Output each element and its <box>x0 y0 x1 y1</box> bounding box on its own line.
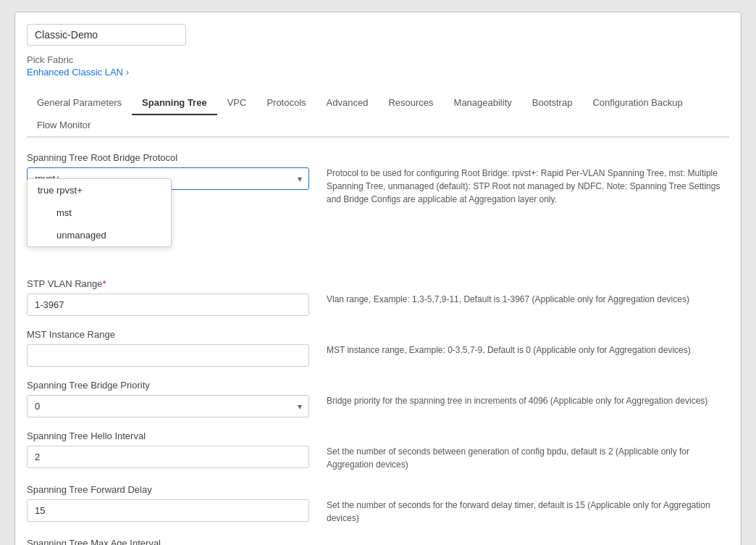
stp-root-bridge-label: Spanning Tree Root Bridge Protocol <box>27 152 309 163</box>
tab-manageability[interactable]: Manageability <box>444 91 522 115</box>
tab-configuration-backup[interactable]: Configuration Backup <box>582 91 692 115</box>
mst-instance-range-row: MST Instance Range MST instance range, E… <box>27 329 729 367</box>
checkmark-icon-empty <box>38 207 49 218</box>
stp-max-age-description: Set the maximum number of seconds the in… <box>327 538 729 545</box>
stp-vlan-range-row: STP VLAN Range* Vlan range, Example: 1,3… <box>27 278 729 316</box>
mst-instance-range-label: MST Instance Range <box>27 329 309 340</box>
stp-bridge-priority-select-wrapper: 0 4096 8192 ▾ <box>27 395 309 417</box>
tab-flow-monitor[interactable]: Flow Monitor <box>27 114 101 138</box>
stp-bridge-priority-left: Spanning Tree Bridge Priority 0 4096 819… <box>27 380 309 417</box>
stp-root-bridge-row: Spanning Tree Root Bridge Protocol rpvst… <box>27 152 729 206</box>
stp-vlan-range-left: STP VLAN Range* <box>27 278 309 316</box>
stp-forward-delay-description: Set the number of seconds for the forwar… <box>327 484 729 525</box>
checkmark-icon: true <box>38 185 49 196</box>
stp-max-age-row: Spanning Tree Max Age Interval Set the m… <box>27 538 729 545</box>
dropdown-item-label: rpvst+ <box>56 185 83 196</box>
tabs-container: General Parameters Spanning Tree VPC Pro… <box>27 91 729 138</box>
tab-protocols[interactable]: Protocols <box>256 91 316 115</box>
tab-spanning-tree[interactable]: Spanning Tree <box>132 91 217 115</box>
stp-bridge-priority-row: Spanning Tree Bridge Priority 0 4096 819… <box>27 380 729 417</box>
stp-hello-interval-left: Spanning Tree Hello Interval <box>27 430 309 471</box>
stp-hello-interval-row: Spanning Tree Hello Interval Set the num… <box>27 430 729 471</box>
tab-resources[interactable]: Resources <box>378 91 443 115</box>
stp-max-age-label: Spanning Tree Max Age Interval <box>27 538 309 545</box>
pick-fabric-label: Pick Fabric <box>27 54 729 65</box>
stp-forward-delay-row: Spanning Tree Forward Delay Set the numb… <box>27 484 729 525</box>
stp-max-age-left: Spanning Tree Max Age Interval <box>27 538 309 545</box>
checkmark-icon-empty2 <box>38 230 49 241</box>
stp-hello-interval-input[interactable] <box>27 446 309 468</box>
stp-vlan-range-label: STP VLAN Range* <box>27 278 309 289</box>
mst-instance-range-left: MST Instance Range <box>27 329 309 367</box>
fabric-link[interactable]: Enhanced Classic LAN › <box>27 67 129 78</box>
form-content: Spanning Tree Root Bridge Protocol rpvst… <box>27 138 729 545</box>
dropdown-item-label-unmanaged: unmanaged <box>56 230 106 241</box>
tab-advanced[interactable]: Advanced <box>316 91 379 115</box>
stp-root-bridge-left: Spanning Tree Root Bridge Protocol rpvst… <box>27 152 309 206</box>
fabric-link-text: Enhanced Classic LAN <box>27 67 123 78</box>
tab-vpc[interactable]: VPC <box>217 91 257 115</box>
stp-root-bridge-dropdown: true rpvst+ mst unmanaged <box>27 178 172 247</box>
mst-instance-range-input[interactable] <box>27 344 309 367</box>
stp-forward-delay-label: Spanning Tree Forward Delay <box>27 484 309 495</box>
stp-forward-delay-input[interactable] <box>27 499 309 522</box>
tab-bootstrap[interactable]: Bootstrap <box>522 91 583 115</box>
dropdown-item-rpvst[interactable]: true rpvst+ <box>28 179 171 201</box>
mst-instance-range-description: MST instance range, Example: 0-3,5,7-9, … <box>327 329 729 367</box>
dropdown-item-label-mst: mst <box>56 207 72 218</box>
fabric-title-input[interactable] <box>27 24 186 46</box>
dropdown-item-unmanaged[interactable]: unmanaged <box>28 224 171 246</box>
stp-vlan-range-input[interactable] <box>27 294 309 316</box>
stp-bridge-priority-select[interactable]: 0 4096 8192 <box>27 395 309 417</box>
main-container: Pick Fabric Enhanced Classic LAN › Gener… <box>14 12 742 545</box>
stp-bridge-priority-description: Bridge priority for the spanning tree in… <box>327 380 729 417</box>
stp-hello-interval-label: Spanning Tree Hello Interval <box>27 430 309 441</box>
dropdown-item-mst[interactable]: mst <box>28 201 171 224</box>
tab-general-parameters[interactable]: General Parameters <box>27 91 132 115</box>
stp-vlan-range-description: Vlan range, Example: 1,3-5,7,9-11, Defau… <box>327 278 729 316</box>
required-asterisk: * <box>103 278 106 289</box>
stp-bridge-priority-label: Spanning Tree Bridge Priority <box>27 380 309 391</box>
chevron-right-icon: › <box>126 67 129 78</box>
stp-root-bridge-description: Protocol to be used for configuring Root… <box>327 152 729 206</box>
stp-forward-delay-left: Spanning Tree Forward Delay <box>27 484 309 525</box>
stp-hello-interval-description: Set the number of seconds between genera… <box>327 430 729 471</box>
